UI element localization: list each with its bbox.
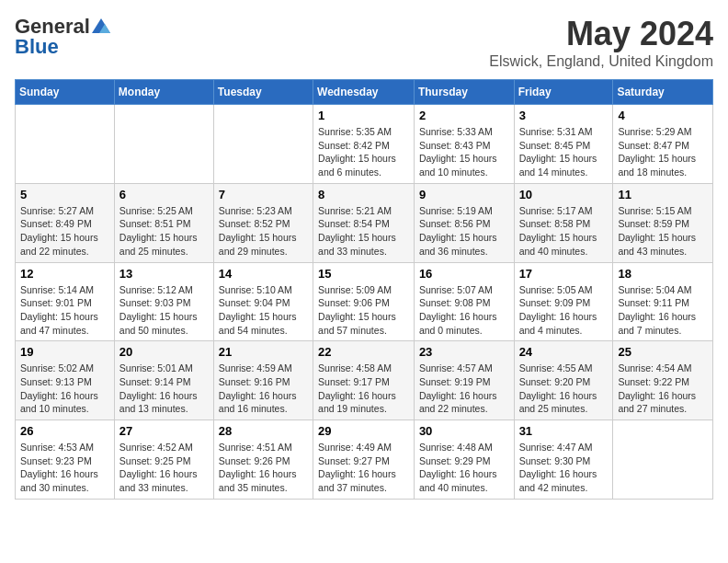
calendar-cell bbox=[16, 105, 115, 184]
calendar-cell: 21Sunrise: 4:59 AM Sunset: 9:16 PM Dayli… bbox=[213, 341, 313, 420]
calendar-cell bbox=[613, 420, 713, 500]
day-number: 7 bbox=[219, 188, 308, 201]
month-title: May 2024 bbox=[489, 15, 713, 53]
calendar-cell: 29Sunrise: 4:49 AM Sunset: 9:27 PM Dayli… bbox=[313, 420, 415, 500]
day-number: 16 bbox=[419, 267, 509, 281]
calendar-header: Sunday Monday Tuesday Wednesday Thursday… bbox=[16, 80, 713, 105]
day-number: 30 bbox=[419, 424, 509, 438]
calendar-cell: 22Sunrise: 4:58 AM Sunset: 9:17 PM Dayli… bbox=[313, 341, 415, 420]
calendar-cell: 13Sunrise: 5:12 AM Sunset: 9:03 PM Dayli… bbox=[114, 262, 213, 341]
calendar-body: 1Sunrise: 5:35 AM Sunset: 8:42 PM Daylig… bbox=[16, 105, 713, 500]
calendar-cell: 4Sunrise: 5:29 AM Sunset: 8:47 PM Daylig… bbox=[613, 105, 713, 184]
day-info: Sunrise: 5:01 AM Sunset: 9:14 PM Dayligh… bbox=[119, 362, 209, 416]
header-friday: Friday bbox=[514, 80, 613, 105]
day-number: 22 bbox=[318, 345, 409, 359]
location: Elswick, England, United Kingdom bbox=[489, 53, 713, 70]
day-number: 2 bbox=[419, 109, 509, 122]
day-number: 4 bbox=[618, 109, 708, 122]
day-info: Sunrise: 5:27 AM Sunset: 8:49 PM Dayligh… bbox=[20, 204, 109, 259]
day-info: Sunrise: 4:58 AM Sunset: 9:17 PM Dayligh… bbox=[318, 362, 409, 416]
header-thursday: Thursday bbox=[414, 80, 514, 105]
day-number: 13 bbox=[119, 267, 209, 281]
day-info: Sunrise: 5:19 AM Sunset: 8:56 PM Dayligh… bbox=[419, 204, 509, 259]
day-info: Sunrise: 5:15 AM Sunset: 8:59 PM Dayligh… bbox=[618, 204, 708, 259]
calendar-cell: 2Sunrise: 5:33 AM Sunset: 8:43 PM Daylig… bbox=[414, 105, 514, 184]
day-info: Sunrise: 5:04 AM Sunset: 9:11 PM Dayligh… bbox=[618, 283, 708, 338]
day-number: 21 bbox=[219, 345, 308, 359]
day-number: 17 bbox=[519, 267, 609, 281]
header-row: Sunday Monday Tuesday Wednesday Thursday… bbox=[16, 80, 713, 105]
day-info: Sunrise: 5:23 AM Sunset: 8:52 PM Dayligh… bbox=[219, 204, 308, 259]
logo-icon bbox=[92, 18, 110, 33]
day-number: 10 bbox=[519, 188, 609, 201]
day-info: Sunrise: 4:57 AM Sunset: 9:19 PM Dayligh… bbox=[419, 362, 509, 416]
calendar-cell: 31Sunrise: 4:47 AM Sunset: 9:30 PM Dayli… bbox=[514, 420, 613, 500]
day-info: Sunrise: 5:05 AM Sunset: 9:09 PM Dayligh… bbox=[519, 283, 609, 338]
day-number: 25 bbox=[618, 345, 708, 359]
logo-blue: Blue bbox=[15, 35, 59, 59]
day-number: 8 bbox=[318, 188, 409, 201]
day-number: 29 bbox=[318, 424, 409, 438]
calendar-cell: 6Sunrise: 5:25 AM Sunset: 8:51 PM Daylig… bbox=[114, 183, 213, 262]
day-info: Sunrise: 4:48 AM Sunset: 9:29 PM Dayligh… bbox=[419, 441, 509, 495]
header-wednesday: Wednesday bbox=[313, 80, 415, 105]
calendar-cell bbox=[213, 105, 313, 184]
day-info: Sunrise: 4:55 AM Sunset: 9:20 PM Dayligh… bbox=[519, 362, 609, 416]
day-number: 5 bbox=[20, 188, 109, 201]
logo: General Blue bbox=[15, 15, 110, 59]
day-info: Sunrise: 5:12 AM Sunset: 9:03 PM Dayligh… bbox=[119, 283, 209, 338]
day-number: 31 bbox=[519, 424, 609, 438]
day-number: 14 bbox=[219, 267, 308, 281]
page-header: General Blue May 2024 Elswick, England, … bbox=[15, 15, 713, 70]
calendar-cell: 3Sunrise: 5:31 AM Sunset: 8:45 PM Daylig… bbox=[514, 105, 613, 184]
calendar-cell: 12Sunrise: 5:14 AM Sunset: 9:01 PM Dayli… bbox=[16, 262, 115, 341]
day-number: 24 bbox=[519, 345, 609, 359]
day-info: Sunrise: 4:59 AM Sunset: 9:16 PM Dayligh… bbox=[219, 362, 308, 416]
calendar-cell: 17Sunrise: 5:05 AM Sunset: 9:09 PM Dayli… bbox=[514, 262, 613, 341]
calendar-cell: 14Sunrise: 5:10 AM Sunset: 9:04 PM Dayli… bbox=[213, 262, 313, 341]
calendar-cell: 11Sunrise: 5:15 AM Sunset: 8:59 PM Dayli… bbox=[613, 183, 713, 262]
day-info: Sunrise: 5:09 AM Sunset: 9:06 PM Dayligh… bbox=[318, 283, 409, 338]
day-info: Sunrise: 4:53 AM Sunset: 9:23 PM Dayligh… bbox=[20, 441, 109, 495]
calendar-week-4: 19Sunrise: 5:02 AM Sunset: 9:13 PM Dayli… bbox=[16, 341, 713, 420]
day-info: Sunrise: 4:49 AM Sunset: 9:27 PM Dayligh… bbox=[318, 441, 409, 495]
calendar-cell bbox=[114, 105, 213, 184]
day-number: 28 bbox=[219, 424, 308, 438]
calendar-cell: 25Sunrise: 4:54 AM Sunset: 9:22 PM Dayli… bbox=[613, 341, 713, 420]
day-info: Sunrise: 5:17 AM Sunset: 8:58 PM Dayligh… bbox=[519, 204, 609, 259]
day-info: Sunrise: 5:07 AM Sunset: 9:08 PM Dayligh… bbox=[419, 283, 509, 338]
header-saturday: Saturday bbox=[613, 80, 713, 105]
calendar-cell: 7Sunrise: 5:23 AM Sunset: 8:52 PM Daylig… bbox=[213, 183, 313, 262]
calendar-week-5: 26Sunrise: 4:53 AM Sunset: 9:23 PM Dayli… bbox=[16, 420, 713, 500]
day-number: 6 bbox=[119, 188, 209, 201]
calendar-cell: 26Sunrise: 4:53 AM Sunset: 9:23 PM Dayli… bbox=[16, 420, 115, 500]
calendar-week-1: 1Sunrise: 5:35 AM Sunset: 8:42 PM Daylig… bbox=[16, 105, 713, 184]
calendar-cell: 10Sunrise: 5:17 AM Sunset: 8:58 PM Dayli… bbox=[514, 183, 613, 262]
calendar-cell: 8Sunrise: 5:21 AM Sunset: 8:54 PM Daylig… bbox=[313, 183, 415, 262]
day-number: 27 bbox=[119, 424, 209, 438]
calendar-cell: 9Sunrise: 5:19 AM Sunset: 8:56 PM Daylig… bbox=[414, 183, 514, 262]
day-number: 26 bbox=[20, 424, 109, 438]
calendar-cell: 20Sunrise: 5:01 AM Sunset: 9:14 PM Dayli… bbox=[114, 341, 213, 420]
calendar-cell: 24Sunrise: 4:55 AM Sunset: 9:20 PM Dayli… bbox=[514, 341, 613, 420]
calendar-cell: 19Sunrise: 5:02 AM Sunset: 9:13 PM Dayli… bbox=[16, 341, 115, 420]
calendar-cell: 27Sunrise: 4:52 AM Sunset: 9:25 PM Dayli… bbox=[114, 420, 213, 500]
day-info: Sunrise: 5:02 AM Sunset: 9:13 PM Dayligh… bbox=[20, 362, 109, 416]
calendar-week-2: 5Sunrise: 5:27 AM Sunset: 8:49 PM Daylig… bbox=[16, 183, 713, 262]
day-number: 3 bbox=[519, 109, 609, 122]
calendar-cell: 18Sunrise: 5:04 AM Sunset: 9:11 PM Dayli… bbox=[613, 262, 713, 341]
calendar-cell: 28Sunrise: 4:51 AM Sunset: 9:26 PM Dayli… bbox=[213, 420, 313, 500]
calendar-cell: 1Sunrise: 5:35 AM Sunset: 8:42 PM Daylig… bbox=[313, 105, 415, 184]
day-info: Sunrise: 4:47 AM Sunset: 9:30 PM Dayligh… bbox=[519, 441, 609, 495]
day-info: Sunrise: 5:33 AM Sunset: 8:43 PM Dayligh… bbox=[419, 125, 509, 179]
calendar-cell: 30Sunrise: 4:48 AM Sunset: 9:29 PM Dayli… bbox=[414, 420, 514, 500]
day-number: 12 bbox=[20, 267, 109, 281]
day-info: Sunrise: 5:29 AM Sunset: 8:47 PM Dayligh… bbox=[618, 125, 708, 179]
day-info: Sunrise: 5:21 AM Sunset: 8:54 PM Dayligh… bbox=[318, 204, 409, 259]
day-number: 18 bbox=[618, 267, 708, 281]
calendar-cell: 23Sunrise: 4:57 AM Sunset: 9:19 PM Dayli… bbox=[414, 341, 514, 420]
day-number: 20 bbox=[119, 345, 209, 359]
header-tuesday: Tuesday bbox=[213, 80, 313, 105]
day-number: 19 bbox=[20, 345, 109, 359]
header-sunday: Sunday bbox=[16, 80, 115, 105]
